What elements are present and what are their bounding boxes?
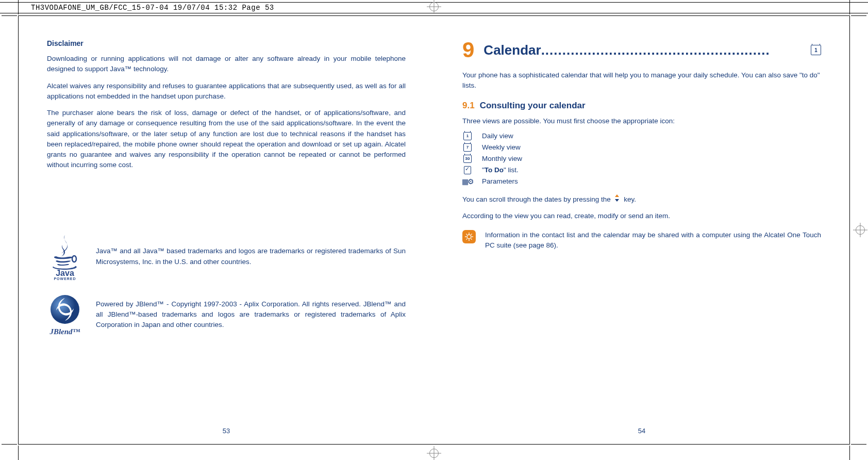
registration-mark-icon: [429, 449, 439, 458]
svg-point-0: [72, 256, 76, 262]
view-list: 1 Daily view 7 Weekly view 30 Monthly vi…: [462, 130, 821, 187]
calendar-chapter-icon: 1: [811, 45, 821, 55]
chapter-title: Calendar: [483, 42, 541, 58]
scroll-instruction: You can scroll through the dates by pres…: [462, 194, 821, 205]
java-logo-block: Java POWERED Java™ and all Java™ based t…: [47, 234, 406, 280]
disclaimer-p1: Downloading or running applications will…: [47, 54, 406, 75]
page-number-left: 53: [223, 427, 230, 435]
chapter-number: 9: [462, 39, 474, 61]
section-intro: Three views are possible. You must first…: [462, 116, 821, 126]
info-text: Information in the contact list and the …: [485, 230, 821, 251]
daily-view-icon: 1: [462, 132, 473, 140]
svg-text:JBlend™: JBlend™: [49, 327, 80, 336]
svg-line-11: [471, 239, 472, 240]
svg-text:POWERED: POWERED: [54, 277, 76, 280]
list-item: 30 Monthly view: [462, 153, 821, 165]
page-spread: Disclaimer Downloading or running applic…: [18, 15, 850, 445]
weekly-view-icon: 7: [462, 143, 473, 152]
svg-line-10: [466, 234, 468, 235]
svg-line-12: [466, 239, 468, 240]
calendar-intro: Your phone has a sophisticated calendar …: [462, 70, 821, 91]
view-label: "To Do" list.: [482, 166, 519, 174]
view-label: Weekly view: [482, 143, 521, 151]
list-item: 7 Weekly view: [462, 142, 821, 153]
registration-mark-icon: [856, 225, 865, 235]
section-number: 9.1: [462, 101, 475, 110]
view-label: Parameters: [482, 177, 518, 185]
jblend-trademark-text: Powered by JBlend™ - Copyright 1997-2003…: [96, 299, 406, 331]
svg-line-13: [471, 234, 472, 235]
page-53: Disclaimer Downloading or running applic…: [19, 16, 434, 444]
java-powered-logo-icon: Java POWERED: [47, 234, 83, 280]
according-text: According to the view you can read, crea…: [462, 211, 821, 221]
java-trademark-text: Java™ and all Java™ based trademarks and…: [96, 246, 406, 267]
svg-point-5: [467, 235, 471, 239]
jblend-logo-icon: JBlend™: [47, 293, 83, 337]
parameters-icon: ▦⚙: [462, 177, 473, 186]
list-item: "To Do" list.: [462, 165, 821, 176]
jblend-logo-block: JBlend™ Powered by JBlend™ - Copyright 1…: [47, 293, 406, 337]
svg-point-3: [51, 295, 79, 324]
info-note: Information in the contact list and the …: [462, 230, 821, 251]
monthly-view-icon: 30: [462, 155, 473, 163]
page-number-right: 54: [638, 427, 645, 435]
disclaimer-p2: Alcatel waives any responsibility and re…: [47, 81, 406, 102]
chapter-dots: ........................................…: [541, 42, 807, 58]
disclaimer-heading: Disclaimer: [47, 39, 406, 47]
list-item: 1 Daily view: [462, 130, 821, 142]
todo-list-icon: [462, 166, 473, 174]
print-header: TH3VODAFONE_UM_GB/FCC_15-07-04 19/07/04 …: [0, 2, 868, 13]
tip-lightbulb-icon: [462, 230, 476, 243]
updown-key-icon: [614, 194, 620, 205]
page-54: 9 Calendar .............................…: [434, 16, 849, 444]
section-heading: 9.1Consulting your calendar: [462, 101, 821, 111]
chapter-heading: 9 Calendar .............................…: [462, 39, 821, 61]
svg-text:Java: Java: [56, 269, 74, 277]
section-title: Consulting your calendar: [480, 101, 586, 110]
list-item: ▦⚙ Parameters: [462, 176, 821, 187]
view-label: Monthly view: [482, 155, 522, 162]
view-label: Daily view: [482, 132, 513, 140]
disclaimer-p3: The purchaser alone bears the risk of lo…: [47, 108, 406, 171]
